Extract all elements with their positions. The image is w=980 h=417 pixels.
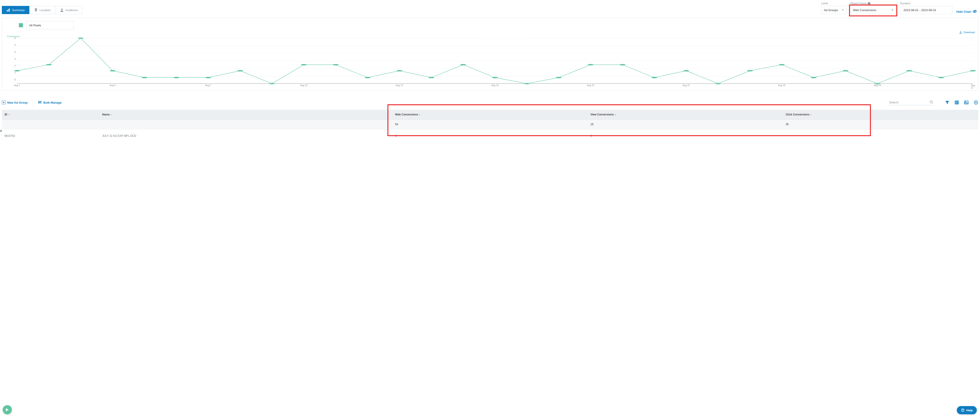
- tab-audience[interactable]: Audience: [55, 6, 83, 14]
- search-icon: [929, 100, 933, 105]
- total-web: 54: [393, 119, 588, 129]
- x-tick: Aug 10: [300, 84, 307, 87]
- hide-chart-toggle[interactable]: Hide Chart: [956, 6, 978, 14]
- columns-icon[interactable]: [955, 100, 959, 105]
- download-label: Download: [964, 31, 975, 33]
- svg-point-15: [301, 64, 307, 65]
- svg-point-16: [333, 64, 339, 65]
- svg-point-10: [142, 77, 147, 78]
- y-tick: 5: [9, 44, 16, 46]
- svg-rect-40: [38, 101, 39, 102]
- y-axis-title: Conversions: [7, 35, 974, 38]
- svg-rect-2: [9, 8, 10, 11]
- svg-point-19: [428, 77, 434, 78]
- svg-point-34: [906, 70, 912, 71]
- level-label: Level: [821, 2, 846, 5]
- sort-desc-icon: ▼: [8, 114, 10, 116]
- svg-rect-45: [955, 101, 956, 104]
- x-tick: Aug 28: [874, 84, 881, 87]
- bulk-label: Bulk Manage: [43, 101, 62, 104]
- filter-icon[interactable]: [945, 100, 950, 105]
- x-tick: Aug 22: [682, 84, 690, 87]
- duration-label: Duration: [900, 2, 952, 5]
- info-icon[interactable]: i: [868, 2, 870, 5]
- total-view: 19: [587, 119, 783, 129]
- sort-icon: ▾: [419, 114, 420, 116]
- download-icon: [959, 31, 962, 34]
- duration-picker[interactable]: 2023-08-01 - 2023-08-31: [900, 6, 952, 14]
- sort-icon: ▾: [615, 114, 616, 116]
- line-chart[interactable]: 0123456 Aug 1Aug 4Aug 7Aug 10Aug 13Aug 1…: [17, 38, 973, 88]
- tab-label: Audience: [65, 8, 78, 12]
- report-name-value: Web Conversions: [853, 8, 876, 12]
- expand-row-icon[interactable]: [0, 130, 3, 133]
- y-tick: 0: [9, 78, 16, 81]
- svg-point-29: [747, 70, 752, 71]
- svg-rect-41: [39, 103, 40, 103]
- svg-rect-0: [7, 10, 8, 11]
- level-field: Level Ad Groups: [821, 2, 846, 14]
- svg-point-30: [779, 64, 785, 65]
- tab-location[interactable]: Location: [29, 6, 55, 14]
- table-row[interactable]: 6615702 JULY 22 AG EXP WFL DCD 0 0: [2, 129, 978, 138]
- svg-point-3: [61, 9, 62, 10]
- col-click[interactable]: Click Conversions▾: [783, 110, 978, 119]
- svg-rect-46: [956, 101, 957, 104]
- svg-line-44: [932, 103, 933, 104]
- bulk-manage-button[interactable]: Bulk Manage: [38, 100, 62, 105]
- new-ad-group-button[interactable]: + New Ad Group: [2, 101, 28, 104]
- tab-label: Summary: [12, 8, 25, 12]
- download-chart[interactable]: Download: [959, 31, 975, 34]
- report-name-field: Report Name i Web Conversions: [850, 2, 896, 14]
- y-tick: 1: [9, 71, 16, 74]
- svg-point-17: [365, 77, 371, 78]
- cell-web: 0: [393, 129, 588, 138]
- svg-rect-48: [964, 101, 968, 104]
- svg-point-6: [14, 70, 20, 71]
- col-web[interactable]: Web Conversions▾: [393, 110, 588, 119]
- download-circle-icon[interactable]: [974, 100, 978, 105]
- bar-chart-icon: [6, 8, 10, 12]
- svg-point-21: [492, 77, 498, 78]
- svg-point-32: [843, 70, 848, 71]
- col-name[interactable]: Name▾: [99, 110, 392, 119]
- y-tick: 2: [9, 65, 16, 67]
- eye-off-icon: [973, 10, 977, 14]
- svg-point-20: [460, 64, 466, 65]
- svg-point-18: [396, 70, 402, 71]
- report-name-select[interactable]: Web Conversions: [850, 6, 896, 14]
- svg-point-7: [46, 64, 52, 65]
- tab-summary[interactable]: Summary: [2, 6, 29, 14]
- y-tick: 6: [9, 37, 16, 40]
- new-adgroup-label: New Ad Group: [7, 101, 28, 104]
- user-icon: [60, 8, 64, 12]
- divider: [33, 98, 33, 106]
- level-select[interactable]: Ad Groups: [821, 6, 846, 14]
- total-click: 35: [783, 119, 978, 129]
- image-icon[interactable]: [964, 100, 969, 105]
- svg-point-9: [110, 70, 116, 71]
- x-tick: Aug 13: [396, 84, 403, 87]
- y-tick: 4: [9, 51, 16, 53]
- search-input[interactable]: [888, 100, 934, 105]
- cell-view: 0: [587, 129, 783, 138]
- col-view[interactable]: View Conversions▾: [587, 110, 783, 119]
- col-id[interactable]: ID▼: [2, 110, 99, 119]
- x-tick: Aug 16: [492, 84, 499, 87]
- duration-field: Duration 2023-08-01 - 2023-08-31: [900, 2, 952, 14]
- svg-point-24: [588, 64, 593, 65]
- svg-point-27: [683, 70, 689, 71]
- cell-name: JULY 22 AG EXP WFL DCD: [99, 129, 392, 138]
- x-tick: Aug 31: [971, 84, 975, 89]
- x-tick: Aug 25: [778, 84, 785, 87]
- view-tabs: Summary Location Audience: [2, 6, 83, 14]
- tab-label: Location: [40, 8, 51, 12]
- svg-point-12: [205, 77, 211, 78]
- pixel-select[interactable]: All Pixels: [26, 21, 74, 29]
- svg-point-25: [620, 64, 625, 65]
- level-value: Ad Groups: [824, 8, 838, 12]
- report-name-label: Report Name i: [850, 2, 896, 5]
- cell-id: 6615702: [2, 129, 99, 138]
- svg-point-23: [556, 77, 562, 78]
- duration-value: 2023-08-01 - 2023-08-31: [904, 8, 936, 12]
